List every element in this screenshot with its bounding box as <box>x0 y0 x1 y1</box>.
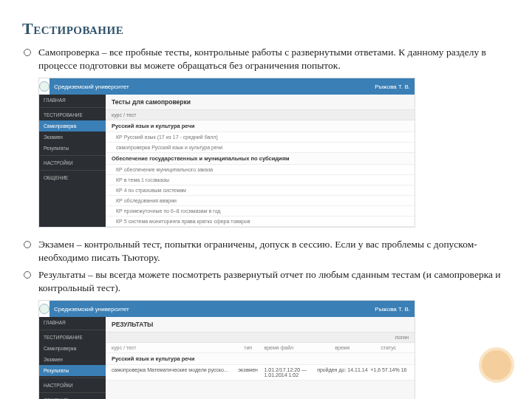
test-row[interactable]: КР обеспечение муниципального заказа <box>106 165 415 175</box>
sidebar-item-results[interactable]: Результаты <box>39 365 106 376</box>
course-group[interactable]: Обеспечение государственных и муниципаль… <box>106 153 415 165</box>
test-row[interactable]: самопроверка Русский язык и культура реч… <box>106 143 415 153</box>
screenshot-selfcheck: Средиземский университет Рыжова Т. В. ГЛ… <box>38 78 415 228</box>
sidebar-item-results[interactable]: Результаты <box>39 143 106 154</box>
test-row[interactable]: КР 5 система мониторинга права кратко сф… <box>106 216 415 227</box>
sidebar: ГЛАВНАЯ ТЕСТИРОВАНИЕ Самопроверка Экзаме… <box>39 95 106 227</box>
sidebar-item-settings[interactable]: НАСТРОЙКИ <box>39 380 106 391</box>
slide-title: Тестирование <box>22 19 510 38</box>
sidebar: ГЛАВНАЯ ТЕСТИРОВАНИЕ Самопроверка Экзаме… <box>39 317 106 399</box>
app-header-title: Средиземский университет <box>54 83 129 90</box>
sidebar-item-communication[interactable]: ОБЩЕНИЕ <box>39 395 106 399</box>
result-row[interactable]: самопроверка Математические модели русск… <box>106 365 415 381</box>
sidebar-item-communication[interactable]: ОБЩЕНИЕ <box>39 172 106 183</box>
sidebar-item-settings[interactable]: НАСТРОЙКИ <box>39 157 106 168</box>
sidebar-item-home[interactable]: ГЛАВНАЯ <box>39 95 106 106</box>
user-name[interactable]: Рыжова Т. В. <box>375 83 410 90</box>
app-header-title: Средиземский университет <box>54 306 129 313</box>
test-row[interactable]: КР 4 по страховым системам <box>106 185 415 196</box>
sidebar-item-testing[interactable]: ТЕСТИРОВАНИЕ <box>39 109 106 120</box>
sidebar-item-exam[interactable]: Экзамен <box>39 132 106 143</box>
sidebar-item-exam[interactable]: Экзамен <box>39 354 106 365</box>
sidebar-item-selfcheck[interactable]: Самопроверка <box>39 120 106 132</box>
sidebar-item-selfcheck[interactable]: Самопроверка <box>39 343 106 354</box>
bullet-selfcheck: Самопроверка – все пробные тесты, контро… <box>22 46 510 72</box>
test-row[interactable]: КР обследования аварии <box>106 196 415 206</box>
test-row[interactable]: КР в тема 1 госзаказы <box>106 175 415 185</box>
column-header: курс / тест <box>106 109 415 120</box>
decorative-circle-icon <box>479 347 514 383</box>
app-logo <box>39 78 50 95</box>
main-panel: Тесты для самопроверки курс / тест Русск… <box>106 95 415 227</box>
panel-title: Тесты для самопроверки <box>106 95 415 109</box>
bullet-exam: Экзамен – контрольный тест, попытки огра… <box>22 238 510 264</box>
user-name[interactable]: Рыжова Т. В. <box>375 306 410 313</box>
sidebar-item-home[interactable]: ГЛАВНАЯ <box>39 317 106 328</box>
results-table-header: курс / тест тип время файл время статус <box>106 343 415 353</box>
course-group[interactable]: Русский язык и культура речи <box>106 120 415 132</box>
bullet-results: Результаты – вы всегда можете посмотреть… <box>22 268 510 294</box>
app-logo <box>39 301 50 317</box>
course-group[interactable]: Русский язык и культура речи <box>106 353 415 365</box>
test-row[interactable]: КР Русский язык (17 из 17 - средний балл… <box>106 132 415 143</box>
panel-title: РЕЗУЛЬТАТЫ <box>106 317 415 332</box>
screenshot-results: Средиземский университет Рыжова Т. В. ГЛ… <box>38 300 415 399</box>
login-label: логин <box>106 332 415 343</box>
test-row[interactable]: КР промежуточные по 6–8 госзаказам в год <box>106 206 415 216</box>
sidebar-item-testing[interactable]: ТЕСТИРОВАНИЕ <box>39 332 106 343</box>
main-panel: РЕЗУЛЬТАТЫ логин курс / тест тип время ф… <box>106 317 415 399</box>
